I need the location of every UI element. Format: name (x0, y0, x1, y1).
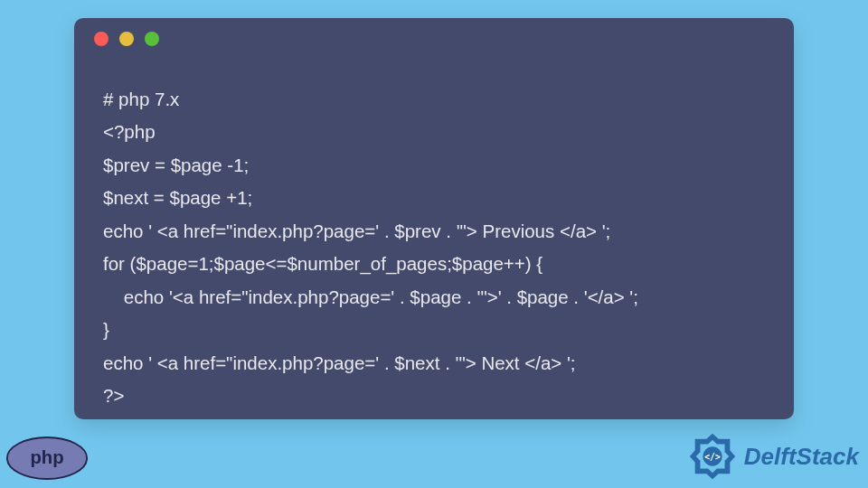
minimize-icon[interactable] (119, 32, 134, 46)
code-window: # php 7.x <?php $prev = $page -1; $next … (74, 18, 794, 419)
brand-name: DelftStack (744, 443, 859, 471)
code-line: echo ' <a href="index.php?page=' . $next… (103, 352, 576, 373)
code-line: ?> (103, 385, 124, 406)
php-label: php (30, 447, 63, 467)
code-line: <?php (103, 121, 156, 142)
code-line: echo ' <a href="index.php?page=' . $prev… (103, 221, 610, 241)
code-line: echo '<a href="index.php?page=' . $page … (103, 286, 638, 307)
brand-logo-icon: </> (686, 430, 739, 483)
window-titlebar (74, 18, 794, 60)
code-line: # php 7.x (103, 89, 179, 109)
code-line: for ($page=1;$page<=$number_of_pages;$pa… (103, 253, 542, 274)
maximize-icon[interactable] (145, 32, 159, 46)
svg-text:</>: </> (704, 452, 721, 462)
php-logo: php (5, 436, 89, 481)
code-line: $prev = $page -1; (103, 155, 249, 175)
code-line: $next = $page +1; (103, 187, 252, 208)
php-logo-icon: php (5, 436, 89, 481)
code-line: } (103, 319, 109, 340)
close-icon[interactable] (94, 32, 108, 46)
brand: </> DelftStack (686, 430, 859, 483)
code-block: # php 7.x <?php $prev = $page -1; $next … (74, 60, 794, 413)
